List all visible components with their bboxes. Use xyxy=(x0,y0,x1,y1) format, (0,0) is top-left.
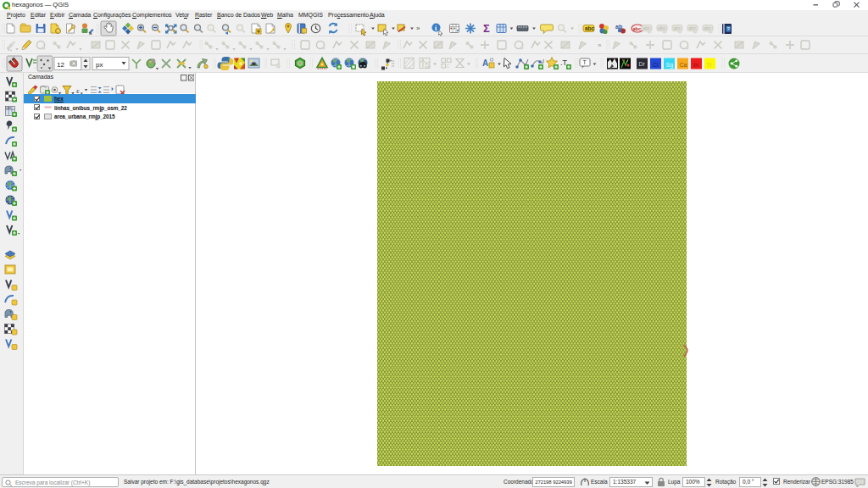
svg-text:Sg: Sg xyxy=(666,62,674,69)
svg-text:T: T xyxy=(583,59,587,65)
svg-text:ε: ε xyxy=(76,86,80,95)
svg-text:abc: abc xyxy=(633,26,641,31)
svg-text:Tr: Tr xyxy=(707,62,713,68)
svg-text:A: A xyxy=(482,58,488,68)
svg-text:»: » xyxy=(416,25,420,32)
svg-text:Ca: Ca xyxy=(680,62,687,68)
svg-text:C: C xyxy=(447,64,450,69)
svg-text:GR: GR xyxy=(6,106,11,110)
svg-text:Σ: Σ xyxy=(483,22,490,35)
svg-text:px: px xyxy=(96,61,103,69)
svg-text:Dr: Dr xyxy=(639,61,646,67)
svg-text:.: . xyxy=(34,64,35,69)
svg-text:ab: ab xyxy=(615,24,622,30)
svg-text:Cl: Cl xyxy=(653,62,659,68)
svg-text:12: 12 xyxy=(57,61,64,69)
svg-text:»: » xyxy=(598,42,602,49)
svg-text:abc: abc xyxy=(585,25,595,31)
svg-text:In: In xyxy=(693,62,698,68)
